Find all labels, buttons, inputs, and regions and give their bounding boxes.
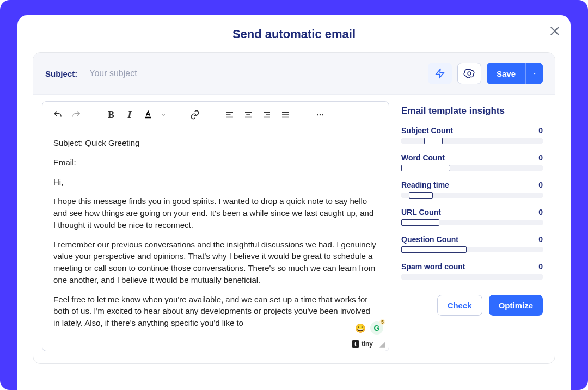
text-color-button[interactable] <box>140 107 156 122</box>
link-icon[interactable] <box>187 107 203 122</box>
editor-paragraph: Email: <box>53 157 378 169</box>
align-center-icon[interactable] <box>241 107 256 122</box>
bold-button[interactable]: B <box>103 107 119 122</box>
metric-label: URL Count <box>401 208 441 216</box>
grammarly-count: 5 <box>379 319 385 325</box>
metric: Reading time 0 <box>401 181 543 198</box>
grammarly-icon[interactable]: G 5 <box>370 321 383 335</box>
metric: Question Count 0 <box>401 235 543 252</box>
editor-paragraph: Hi, <box>53 176 378 188</box>
metric-value: 0 <box>538 126 543 135</box>
undo-icon[interactable] <box>50 107 65 122</box>
lightning-icon[interactable] <box>428 63 452 84</box>
emoji-icon[interactable]: 😀 <box>354 321 367 335</box>
metric-bar <box>401 274 543 280</box>
resize-handle[interactable]: ◢ <box>379 339 385 348</box>
check-button[interactable]: Check <box>437 295 482 316</box>
metric-bar <box>401 193 543 198</box>
svg-point-17 <box>320 114 321 115</box>
insights-panel: Email template insights Subject Count 0 … <box>401 101 543 351</box>
editor-paragraph: Feel free to let me know when you're ava… <box>53 294 378 329</box>
metric-bar <box>401 165 543 171</box>
metric: Word Count 0 <box>401 153 543 171</box>
optimize-button[interactable]: Optimize <box>489 295 543 316</box>
align-justify-icon[interactable] <box>278 107 293 122</box>
metric-value: 0 <box>538 153 543 162</box>
more-icon[interactable] <box>313 107 328 122</box>
editor-paragraph: I remember our previous conversations an… <box>53 239 378 286</box>
svg-point-3 <box>468 72 471 75</box>
send-email-modal: Send automatic email Subject: <box>17 15 571 390</box>
metric-value: 0 <box>538 235 543 244</box>
metric-label: Reading time <box>401 181 449 189</box>
svg-marker-2 <box>436 69 444 78</box>
redo-icon[interactable] <box>69 107 84 122</box>
metric-label: Spam word count <box>401 262 465 271</box>
close-icon[interactable] <box>549 25 561 37</box>
modal-title: Send automatic email <box>33 27 555 41</box>
metric-bar <box>401 247 543 252</box>
align-right-icon[interactable] <box>259 107 274 122</box>
tiny-badge[interactable]: t tiny <box>348 339 376 349</box>
editor-toolbar: B I <box>42 102 389 128</box>
metric: URL Count 0 <box>401 208 543 225</box>
metric-label: Word Count <box>401 153 445 162</box>
subject-label: Subject: <box>45 69 77 78</box>
metric-value: 0 <box>538 262 543 271</box>
insights-title: Email template insights <box>401 106 543 116</box>
openai-icon[interactable] <box>457 63 481 84</box>
metric-label: Subject Count <box>401 126 453 135</box>
email-editor: B I <box>42 101 389 351</box>
subject-bar: Subject: Save <box>33 53 555 95</box>
save-button-group: Save <box>487 63 543 84</box>
email-card: Subject: Save <box>33 52 555 364</box>
metric-label: Question Count <box>401 235 458 244</box>
metric-bar <box>401 138 543 144</box>
metric: Subject Count 0 <box>401 126 543 144</box>
svg-point-18 <box>322 114 323 115</box>
svg-point-16 <box>317 114 318 115</box>
metric-value: 0 <box>538 208 543 216</box>
tiny-label: tiny <box>362 340 373 348</box>
metric-bar <box>401 220 543 225</box>
metric: Spam word count 0 <box>401 262 543 280</box>
italic-button[interactable]: I <box>122 107 137 122</box>
text-color-dropdown[interactable] <box>159 107 168 122</box>
subject-input[interactable] <box>89 69 416 78</box>
save-dropdown[interactable] <box>525 63 543 84</box>
editor-paragraph: I hope this message finds you in good sp… <box>53 195 378 231</box>
metric-value: 0 <box>538 181 543 189</box>
editor-content[interactable]: Subject: Quick GreetingEmail:Hi,I hope t… <box>42 128 389 351</box>
align-left-icon[interactable] <box>222 107 237 122</box>
save-button[interactable]: Save <box>487 63 525 84</box>
editor-paragraph: Subject: Quick Greeting <box>53 137 378 149</box>
